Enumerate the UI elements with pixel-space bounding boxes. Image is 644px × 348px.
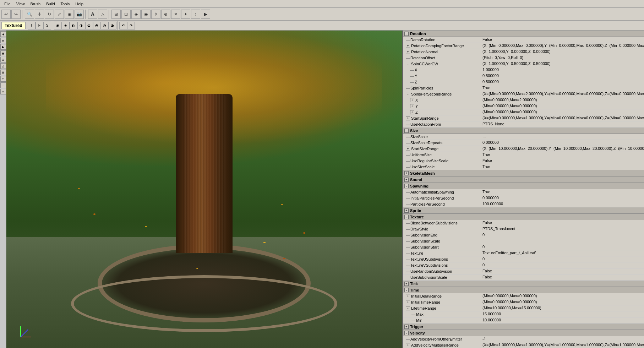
mode-btn-view2[interactable]: ◈: [62, 22, 70, 29]
toolbar-btn-triangle[interactable]: △: [98, 10, 107, 19]
menu-brush[interactable]: Brush: [27, 1, 43, 7]
menu-build[interactable]: Build: [43, 1, 58, 7]
prop-val-rotation-offset[interactable]: (Pitch=0,Yaw=0,Roll=0): [481, 55, 644, 61]
collapse-tick-icon[interactable]: +: [404, 282, 409, 286]
toolbar-btn-redo[interactable]: ↪: [11, 10, 21, 19]
prop-val-automatic-initial-spawning[interactable]: True: [481, 189, 644, 195]
prop-val-use-regular-size-scale[interactable]: False: [481, 158, 644, 164]
section-header-skeletalmesh[interactable]: + SkeletalMesh: [403, 170, 644, 176]
viewport[interactable]: [6, 31, 403, 348]
prop-val-size-scale[interactable]: ...: [481, 134, 644, 140]
left-tool-6[interactable]: △: [0, 63, 6, 69]
menu-file[interactable]: File: [1, 1, 13, 7]
collapse-rotation-icon[interactable]: -: [404, 32, 409, 36]
mode-btn-view1[interactable]: ◉: [54, 22, 62, 29]
prop-val-lifetime-range[interactable]: (Min=10.000000,Max=15.000000): [481, 305, 644, 311]
left-tool-2[interactable]: ⊕: [0, 38, 6, 43]
prop-val-add-velocity-multiplier-range[interactable]: (X=(Min=1.000000,Max=1.000000),Y=(Min=1.…: [481, 342, 644, 348]
toolbar-btn-undo[interactable]: ↩: [1, 10, 11, 19]
left-tool-7[interactable]: ⊞: [0, 70, 6, 75]
prop-val-add-velocity-from-other-emitter[interactable]: -1: [481, 336, 644, 342]
toolbar-btn-select[interactable]: ▣: [65, 10, 74, 19]
prop-val-start-size-range[interactable]: (X=(Min=10.000000,Max=20.000000),Y=(Min=…: [481, 146, 644, 152]
prop-val-lifetime-min[interactable]: 10.000000: [481, 317, 644, 323]
toolbar-btn-brush4[interactable]: ⊕: [161, 10, 170, 19]
left-tool-1[interactable]: ◈: [0, 31, 6, 37]
prop-val-start-spin-range[interactable]: (X=(Min=0.000000,Max=1.000000),Y=(Min=0.…: [481, 115, 644, 121]
prop-val-spin-x[interactable]: 1.000000: [481, 67, 644, 73]
mode-btn-T[interactable]: T: [28, 22, 36, 29]
mode-btn-view5[interactable]: ◒: [85, 22, 93, 29]
collapse-velocity-icon[interactable]: -: [404, 331, 409, 335]
toolbar-btn-camera[interactable]: 📷: [75, 10, 84, 19]
mode-btn-view6[interactable]: ◓: [93, 22, 101, 29]
section-header-tick[interactable]: + Tick: [403, 281, 644, 287]
prop-val-subdivision-start[interactable]: 0: [481, 244, 644, 250]
toolbar-btn-play[interactable]: ▶: [201, 10, 210, 19]
section-header-trigger[interactable]: + Trigger: [403, 323, 644, 330]
prop-val-initial-delay-range[interactable]: (Min=0.000000,Max=0.000000): [481, 293, 644, 299]
prop-val-use-rotation-from[interactable]: PTRS_None: [481, 121, 644, 127]
prop-val-rotation-damping[interactable]: (X=(Min=0.000000,Max=0.000000),Y=(Min=0.…: [481, 43, 644, 49]
toolbar-btn-brush6[interactable]: ✦: [181, 10, 190, 19]
prop-val-spin-particles[interactable]: True: [481, 85, 644, 91]
collapse-sound-icon[interactable]: +: [404, 178, 409, 182]
prop-val-size-scale-repeats[interactable]: 0.000000: [481, 140, 644, 146]
prop-val-texture-u-subdivisions[interactable]: 0: [481, 256, 644, 262]
prop-val-texture[interactable]: TextureEmitter_part_t_AniLeaf': [481, 250, 644, 256]
section-header-size[interactable]: - Size: [403, 127, 644, 134]
section-header-sprite[interactable]: + Sprite: [403, 207, 644, 214]
left-tool-3[interactable]: ▶: [0, 44, 6, 50]
prop-val-use-size-scale[interactable]: True: [481, 164, 644, 170]
prop-val-subdivision-end[interactable]: 0: [481, 232, 644, 238]
prop-val-initial-particles-per-second[interactable]: 0.000000: [481, 195, 644, 201]
prop-val-spins-y[interactable]: (Min=0.000000,Max=0.000000): [481, 103, 644, 109]
left-tool-4[interactable]: ◉: [0, 50, 6, 56]
toolbar-btn-text[interactable]: A: [88, 10, 97, 19]
prop-val-spins-z[interactable]: (Min=0.000000,Max=0.000000): [481, 109, 644, 115]
mode-btn-redo2[interactable]: ↷: [127, 22, 135, 29]
mode-btn-undo2[interactable]: ↶: [119, 22, 127, 29]
mode-btn-view7[interactable]: ◔: [101, 22, 109, 29]
collapse-texture-icon[interactable]: -: [404, 215, 409, 219]
toolbar-btn-brush5[interactable]: ✕: [171, 10, 180, 19]
toolbar-btn-brush1[interactable]: ◈: [131, 10, 141, 19]
prop-val-spins-x[interactable]: (Min=0.000000,Max=2.000000): [481, 97, 644, 103]
prop-val-uniform-size[interactable]: True: [481, 152, 644, 158]
prop-val-use-random-subdivision[interactable]: False: [481, 268, 644, 274]
collapse-trigger-icon[interactable]: +: [404, 325, 409, 329]
prop-val-spin-z[interactable]: 0.500000: [481, 79, 644, 85]
mode-btn-F[interactable]: F: [36, 22, 43, 29]
prop-val-lifetime-max[interactable]: 15.000000: [481, 311, 644, 317]
section-header-texture[interactable]: - Texture: [403, 214, 644, 220]
prop-val-damp-rotation[interactable]: False: [481, 37, 644, 43]
mode-btn-view8[interactable]: ◕: [109, 22, 116, 29]
section-header-rotation[interactable]: - Rotation: [403, 31, 644, 37]
prop-val-draw-style[interactable]: PTDS_Translucent: [481, 226, 644, 232]
section-header-spawning[interactable]: - Spawning: [403, 183, 644, 189]
left-tool-9[interactable]: ↕: [0, 82, 6, 88]
prop-val-blend-between-subdivisions[interactable]: False: [481, 220, 644, 226]
collapse-sprite-icon[interactable]: +: [404, 208, 409, 213]
prop-val-spin-ccworcw[interactable]: (X=1.000000,Y=0.500000,Z=0.500000): [481, 61, 644, 67]
section-header-time[interactable]: - Time: [403, 287, 644, 293]
left-tool-10[interactable]: ◊: [0, 89, 6, 94]
prop-val-rotation-normal[interactable]: (X=1.000000,Y=0.000000,Z=0.000000): [481, 49, 644, 55]
toolbar-btn-scale[interactable]: ⤢: [55, 10, 64, 19]
prop-val-use-subdivision-scale[interactable]: False: [481, 274, 644, 280]
collapse-skeletalmesh-icon[interactable]: +: [404, 171, 409, 175]
mode-btn-S[interactable]: S: [43, 22, 51, 29]
section-header-sound[interactable]: + Sound: [403, 176, 644, 183]
toolbar-btn-snap[interactable]: ⊡: [121, 10, 131, 19]
collapse-time-icon[interactable]: -: [404, 288, 409, 292]
toolbar-btn-brush3[interactable]: ◊: [151, 10, 160, 19]
toolbar-btn-search[interactable]: 🔍: [25, 10, 34, 19]
prop-val-texture-v-subdivisions[interactable]: 0: [481, 262, 644, 268]
prop-val-subdivision-scale[interactable]: [481, 238, 644, 244]
toolbar-btn-brush2[interactable]: ◉: [141, 10, 151, 19]
mode-label[interactable]: Textured: [1, 22, 26, 29]
menu-tools[interactable]: Tools: [58, 1, 73, 7]
collapse-spawning-icon[interactable]: -: [404, 184, 409, 188]
toolbar-btn-move[interactable]: ✛: [35, 10, 44, 19]
section-header-velocity[interactable]: - Velocity: [403, 330, 644, 336]
